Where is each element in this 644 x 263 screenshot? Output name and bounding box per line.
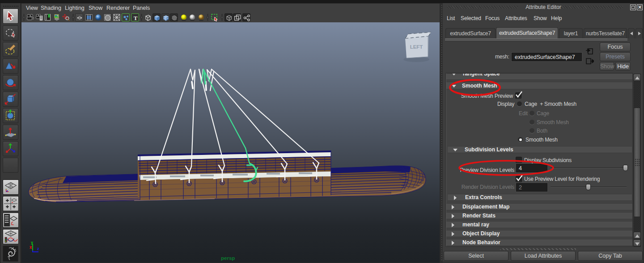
svg-text:T: T <box>134 15 138 21</box>
svg-text:y: y <box>31 240 33 245</box>
svg-text:z: z <box>37 246 39 251</box>
svg-text:LEFT: LEFT <box>410 44 423 50</box>
svg-text:persp: persp <box>221 255 235 261</box>
